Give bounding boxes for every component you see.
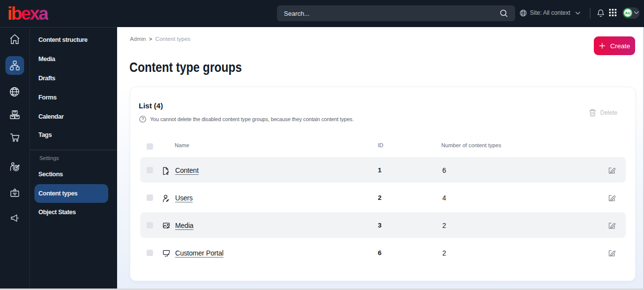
svg-text:ibexa: ibexa: [8, 3, 48, 23]
svg-text:AU: AU: [625, 11, 631, 15]
